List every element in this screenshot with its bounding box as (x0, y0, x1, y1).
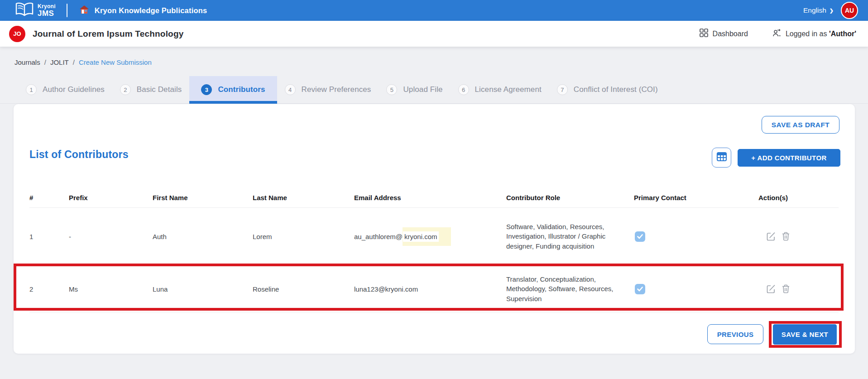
col-header-primary-contact: Primary Contact (634, 194, 758, 201)
col-header-role: Contributor Role (506, 194, 634, 201)
primary-contact-checkbox[interactable] (635, 284, 645, 294)
breadcrumb-separator: / (73, 58, 75, 66)
step-number: 6 (458, 84, 469, 95)
step-conflict-of-interest[interactable]: 7 Conflict of Interest (COI) (549, 76, 666, 103)
step-upload-file[interactable]: 5 Upload File (379, 76, 450, 103)
step-author-guidelines[interactable]: 1 Author Guidelines (18, 76, 112, 103)
switch-user-icon (772, 29, 781, 39)
row-first-name: Auth (153, 233, 253, 240)
step-number: 1 (26, 84, 37, 95)
home-icon (79, 5, 89, 16)
step-number: 7 (557, 84, 568, 95)
primary-contact-checkbox[interactable] (635, 231, 645, 242)
contributors-panel: SAVE AS DRAFT List of Contributors + ADD… (14, 104, 855, 354)
logged-in-text: Logged in as 'Author' (786, 30, 856, 38)
topbar-divider (67, 4, 67, 17)
edit-icon[interactable] (767, 232, 776, 241)
step-contributors-active[interactable]: 3 Contributors (189, 76, 277, 103)
col-header-prefix: Prefix (69, 194, 153, 201)
save-as-draft-button[interactable]: SAVE AS DRAFT (762, 116, 839, 134)
organization-name: Kryon Knowledge Publications (95, 6, 207, 15)
organization[interactable]: Kryon Knowledge Publications (79, 5, 207, 16)
row-index: 1 (29, 233, 69, 240)
section-title: List of Contributors (29, 149, 129, 161)
add-contributor-button[interactable]: + ADD CONTRIBUTOR (738, 149, 840, 167)
step-number: 2 (120, 84, 131, 95)
email-highlight: kryoni.com (403, 227, 451, 246)
app-logo-text: Kryoni JMS (38, 4, 56, 17)
row-last-name: Roseline (253, 285, 354, 293)
dashboard-label: Dashboard (713, 30, 748, 38)
step-label: Review Preferences (302, 85, 371, 94)
logged-in-status[interactable]: Logged in as 'Author' (772, 29, 856, 39)
row-actions (758, 284, 839, 293)
table-header-row: # Prefix First Name Last Name Email Addr… (29, 188, 839, 208)
topbar-right: English ❯ AU (803, 2, 858, 19)
step-number: 3 (201, 84, 212, 95)
row-last-name: Lorem (253, 233, 354, 240)
row-prefix: - (69, 233, 153, 240)
edit-icon[interactable] (767, 284, 776, 293)
logged-in-prefix: Logged in as (786, 30, 829, 38)
table-row: 2 Ms Luna Roseline luna123@kryoni.com Tr… (29, 265, 839, 313)
breadcrumb: Journals / JOLIT / Create New Submission (14, 58, 152, 66)
row-index: 2 (29, 285, 69, 293)
row-primary-contact (634, 284, 758, 294)
step-label: Conflict of Interest (COI) (574, 85, 658, 94)
table-view-button[interactable] (712, 148, 731, 168)
email-user-part: au_authlorem@ (354, 233, 403, 240)
breadcrumb-separator: / (44, 58, 46, 66)
row-email: luna123@kryoni.com (354, 285, 506, 293)
breadcrumb-current: Create New Submission (79, 58, 152, 66)
page: Kryoni JMS Kryon Knowledge Publications … (0, 0, 868, 379)
top-navbar: Kryoni JMS Kryon Knowledge Publications … (0, 0, 868, 21)
delete-icon[interactable] (782, 284, 790, 293)
row-first-name: Luna (153, 285, 253, 293)
row-primary-contact (634, 231, 758, 242)
step-review-preferences[interactable]: 4 Review Preferences (277, 76, 379, 103)
step-basic-details[interactable]: 2 Basic Details (112, 76, 190, 103)
submission-steps: 1 Author Guidelines 2 Basic Details 3 Co… (0, 76, 868, 104)
row-email: au_authlorem@kryoni.com (354, 231, 506, 242)
breadcrumb-journals[interactable]: Journals (14, 58, 40, 66)
step-label: License Agreement (475, 85, 542, 94)
table-row: 1 - Auth Lorem au_authlorem@kryoni.com S… (29, 208, 839, 265)
step-number: 5 (386, 84, 397, 95)
save-and-next-button[interactable]: SAVE & NEXT (773, 324, 837, 345)
step-license-agreement[interactable]: 6 License Agreement (451, 76, 549, 103)
contributors-table: # Prefix First Name Last Name Email Addr… (29, 188, 839, 313)
row-prefix: Ms (69, 285, 153, 293)
breadcrumb-jolit[interactable]: JOLIT (50, 58, 69, 66)
chevron-right-icon: ❯ (830, 8, 834, 14)
col-header-actions: Action(s) (758, 194, 839, 201)
step-label: Upload File (403, 85, 442, 94)
row-contributor-role: Software, Validation, Resources, Investi… (506, 222, 634, 251)
app-logo[interactable]: Kryoni JMS (15, 2, 56, 19)
step-label: Author Guidelines (43, 85, 105, 94)
dashboard-grid-icon (700, 29, 708, 39)
email-domain-part: kryoni.com (403, 231, 439, 242)
journal-title: Journal of Lorem Ipsum Technology (33, 29, 184, 39)
journal-header-right: Dashboard Logged in as 'Author' (700, 29, 856, 39)
journal-badge: JO (9, 26, 25, 42)
step-number: 4 (285, 84, 296, 95)
row-actions (758, 232, 839, 241)
user-avatar[interactable]: AU (841, 2, 858, 19)
row-contributor-role: Translator, Conceptualization, Methodolo… (506, 274, 634, 304)
table-grid-icon (716, 151, 727, 164)
dashboard-link[interactable]: Dashboard (700, 29, 748, 39)
journal-header: JO Journal of Lorem Ipsum Technology Das… (0, 21, 868, 47)
col-header-email: Email Address (354, 194, 506, 201)
col-header-last-name: Last Name (253, 194, 354, 201)
col-header-index: # (29, 194, 69, 201)
step-label: Basic Details (137, 85, 182, 94)
step-label: Contributors (218, 85, 265, 94)
language-selector[interactable]: English ❯ (803, 6, 834, 14)
logo-brand: Kryoni (38, 4, 56, 9)
col-header-first-name: First Name (153, 194, 253, 201)
previous-button[interactable]: PREVIOUS (707, 324, 763, 344)
language-label: English (803, 6, 826, 14)
logo-product: JMS (38, 10, 56, 17)
delete-icon[interactable] (782, 232, 790, 241)
logged-in-role: 'Author' (829, 30, 856, 38)
